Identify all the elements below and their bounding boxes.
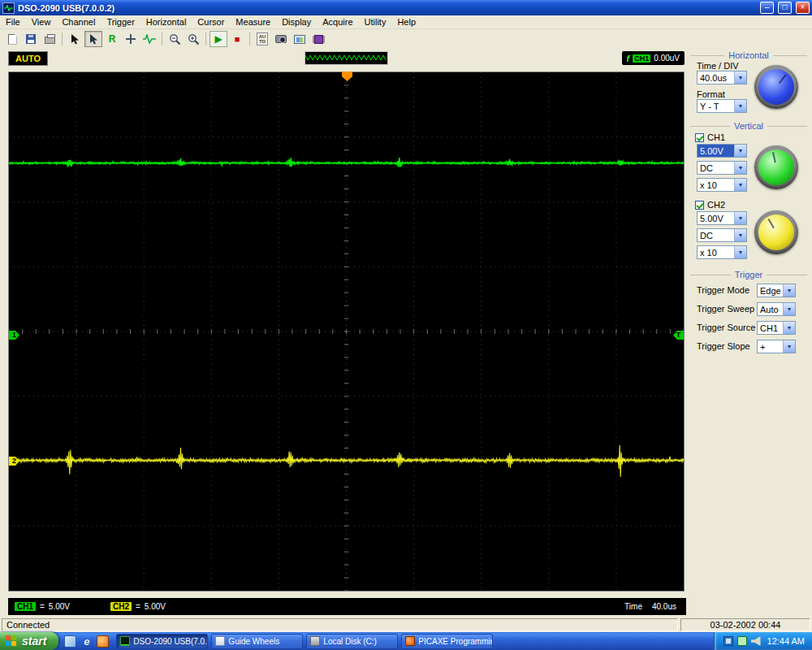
chevron-down-icon[interactable]: ▼: [734, 229, 746, 241]
zoom-out-icon[interactable]: [166, 31, 184, 47]
ch1-volts-div-select[interactable]: 5.00V ▼: [697, 144, 747, 158]
trigger-status-badge: AUTO: [8, 51, 48, 66]
menu-display[interactable]: Display: [276, 16, 317, 28]
system-tray: 12:44 AM: [714, 632, 812, 650]
new-file-icon[interactable]: [3, 31, 21, 47]
tray-clock: 12:44 AM: [767, 636, 805, 646]
ch2-probe-select[interactable]: x 10 ▼: [697, 245, 747, 259]
ch1-coupling-select[interactable]: DC ▼: [697, 161, 747, 175]
buffer-preview[interactable]: [304, 51, 388, 65]
trigger-group-title: Trigger: [690, 270, 807, 280]
refresh-icon[interactable]: R: [103, 31, 121, 47]
tray-usb-icon[interactable]: [737, 636, 747, 646]
taskbar-task-guide-wheels[interactable]: Guide Wheels: [211, 634, 303, 649]
scope-app-icon: [120, 636, 130, 646]
autoset-icon[interactable]: AUTO: [253, 31, 271, 47]
time-div-select[interactable]: 40.0us ▼: [697, 71, 747, 84]
menu-help[interactable]: Help: [391, 16, 421, 28]
ch1-enable-checkbox[interactable]: CH1: [695, 132, 725, 142]
maximize-button[interactable]: □: [778, 2, 792, 14]
chevron-down-icon[interactable]: ▼: [734, 145, 746, 157]
arrow-cursor-icon[interactable]: [66, 31, 84, 47]
buffer-preview-waveform: [305, 52, 387, 64]
print-icon[interactable]: [41, 31, 58, 47]
time-label: Time: [624, 602, 642, 611]
chevron-down-icon[interactable]: ▼: [734, 179, 746, 191]
menu-measure[interactable]: Measure: [230, 16, 276, 28]
ch1-probe-select[interactable]: x 10 ▼: [697, 178, 747, 192]
scope-graticule-and-traces: [9, 72, 684, 591]
close-button[interactable]: ×: [796, 2, 810, 14]
menu-utility[interactable]: Utility: [359, 16, 392, 28]
time-value: 40.0us: [652, 602, 676, 611]
internet-explorer-icon[interactable]: e: [80, 635, 93, 648]
frequency-value: 0.00uV: [654, 54, 680, 63]
status-bar: Connected 03-02-2002 00:44: [0, 618, 812, 632]
chevron-down-icon[interactable]: ▼: [783, 322, 795, 334]
menu-cursor[interactable]: Cursor: [192, 16, 230, 28]
chevron-down-icon[interactable]: ▼: [783, 284, 795, 297]
stop-acquisition-icon[interactable]: ■: [228, 31, 246, 47]
scope-display: 1 2 T: [8, 72, 685, 592]
menu-horizontal[interactable]: Horizontal: [140, 16, 192, 28]
chevron-down-icon[interactable]: ▼: [783, 303, 795, 315]
toolbar-separator: [205, 32, 206, 46]
minimize-button[interactable]: –: [760, 2, 774, 14]
menu-trigger[interactable]: Trigger: [101, 16, 140, 28]
trigger-sweep-select[interactable]: Auto ▼: [757, 302, 796, 316]
chevron-down-icon[interactable]: ▼: [734, 72, 746, 84]
save-icon[interactable]: [22, 31, 40, 47]
menu-acquire[interactable]: Acquire: [317, 16, 358, 28]
tray-volume-icon[interactable]: [751, 636, 761, 646]
taskbar-task-picaxe[interactable]: PICAXE Programming ...: [401, 634, 493, 649]
status-datetime: 03-02-2002 00:44: [680, 618, 810, 631]
device-chip-icon[interactable]: [309, 31, 327, 47]
quick-launch-app-icon[interactable]: [97, 635, 109, 648]
menu-file[interactable]: File: [0, 16, 26, 28]
track-cursor-icon[interactable]: [84, 31, 102, 47]
zoom-in-icon[interactable]: [184, 31, 202, 47]
ch2-scale-value: 5.00V: [145, 602, 166, 611]
info-bar: AUTO f CH1 0.00uV: [0, 49, 686, 68]
format-select[interactable]: Y - T ▼: [697, 99, 747, 113]
chevron-down-icon[interactable]: ▼: [734, 246, 746, 258]
toolbar: R ▶ ■ AUTO: [0, 29, 812, 49]
picaxe-app-icon: [405, 636, 415, 646]
waveform-icon[interactable]: [140, 31, 158, 47]
connection-status: Connected: [2, 618, 678, 631]
toolbar-separator: [249, 32, 250, 46]
ch2-volts-div-select[interactable]: 5.00V ▼: [697, 211, 747, 225]
chevron-down-icon[interactable]: ▼: [734, 212, 746, 224]
display-panels-icon[interactable]: [291, 31, 309, 47]
taskbar-task-dso[interactable]: DSO-2090 USB(7.0.0.2): [116, 634, 208, 649]
menu-channel[interactable]: Channel: [56, 16, 101, 28]
start-button[interactable]: start: [0, 632, 58, 650]
horizontal-group-title: Horizontal: [690, 50, 807, 60]
trigger-source-select[interactable]: CH1 ▼: [757, 321, 796, 335]
snapshot-icon[interactable]: [272, 31, 290, 47]
tray-display-icon[interactable]: [723, 636, 733, 646]
ch2-coupling-symbol: =: [136, 602, 140, 611]
menu-view[interactable]: View: [26, 16, 57, 28]
ch2-enable-checkbox[interactable]: CH2: [695, 200, 725, 210]
scope-status-bar: CH1 = 5.00V CH2 = 5.00V Time 40.0us: [8, 598, 686, 615]
trigger-mode-select[interactable]: Edge ▼: [757, 284, 796, 297]
control-panel: Horizontal Time / DIV 40.0us ▼ Format Y …: [687, 49, 810, 618]
ch1-coupling-symbol: =: [40, 602, 45, 611]
ch2-coupling-select[interactable]: DC ▼: [697, 228, 747, 242]
measure-cross-icon[interactable]: [122, 31, 140, 47]
ch1-vertical-knob[interactable]: [754, 145, 798, 189]
ch2-vertical-knob[interactable]: [754, 210, 798, 254]
trigger-slope-select[interactable]: + ▼: [757, 340, 796, 353]
horizontal-knob[interactable]: [754, 65, 798, 109]
frequency-counter: f CH1 0.00uV: [622, 51, 685, 65]
chevron-down-icon[interactable]: ▼: [734, 100, 746, 112]
chevron-down-icon[interactable]: ▼: [734, 162, 746, 174]
ch1-scale-value: 5.00V: [49, 602, 70, 611]
toolbar-separator: [62, 32, 63, 46]
show-desktop-icon[interactable]: [64, 635, 76, 648]
ch1-badge: CH1: [15, 602, 36, 611]
taskbar-task-local-disk[interactable]: Local Disk (C:): [306, 634, 398, 649]
chevron-down-icon[interactable]: ▼: [783, 340, 795, 353]
start-acquisition-icon[interactable]: ▶: [209, 31, 227, 47]
